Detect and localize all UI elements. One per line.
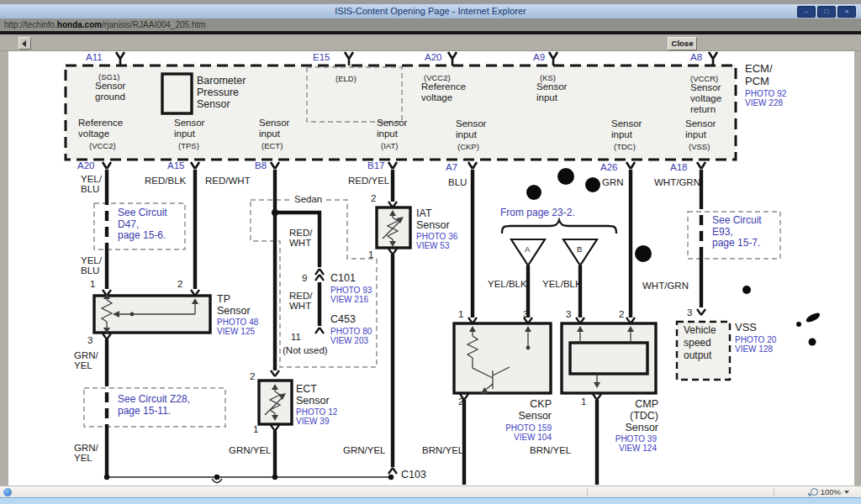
brace: [502, 220, 616, 234]
see-circuit-d47-box: [94, 203, 185, 249]
wiring-diagram: [0, 0, 861, 504]
status-separator: [774, 488, 774, 496]
iat-sensor-box: [377, 207, 410, 248]
sedan-outline: [251, 200, 377, 367]
ect-sensor-box: [259, 381, 292, 424]
back-button[interactable]: [18, 37, 31, 50]
tp-sensor-box: [94, 293, 210, 333]
taskbar-edge: [0, 497, 861, 504]
ecm-pcm-box: [66, 52, 736, 169]
ie-status-icon: [3, 488, 12, 496]
c103-bus: [104, 475, 394, 483]
triangle-a: [511, 239, 545, 265]
ink-blobs: [526, 168, 821, 346]
status-separator: [587, 488, 588, 496]
url-host: honda.com: [57, 20, 102, 29]
magnifier-icon: [811, 488, 818, 496]
right-margin: [854, 50, 861, 486]
close-window-button[interactable]: ×: [837, 6, 856, 18]
close-button[interactable]: Close: [668, 37, 697, 50]
status-bar: 100%: [0, 486, 861, 498]
zoom-level: 100%: [821, 487, 841, 496]
address-bar[interactable]: http://techinfo.honda.com/rjanisis/RJAAI…: [0, 18, 861, 31]
zoom-control[interactable]: 100%: [811, 487, 849, 497]
vss-output-box: [677, 322, 730, 380]
title-bar[interactable]: ISIS-Content Opening Page - Internet Exp…: [0, 4, 861, 19]
toolbar: Close: [0, 34, 861, 51]
chevron-down-icon: [844, 491, 849, 496]
window-title: ISIS-Content Opening Page - Internet Exp…: [0, 6, 861, 16]
maximize-button[interactable]: □: [817, 6, 836, 18]
left-margin: [0, 50, 8, 486]
url-prefix: http://techinfo.: [4, 20, 57, 29]
triangle-b: [563, 239, 597, 265]
window-controls: – □ ×: [797, 6, 856, 18]
minimize-button[interactable]: –: [797, 6, 816, 18]
from-page-connectors: [502, 220, 616, 265]
wire-sedan-branch: [275, 213, 320, 326]
ckp-sensor-box: [454, 323, 551, 394]
url-path: /rjanisis/RJAAI004_205.htm: [102, 20, 205, 29]
cmp-sensor-box: [562, 323, 656, 393]
